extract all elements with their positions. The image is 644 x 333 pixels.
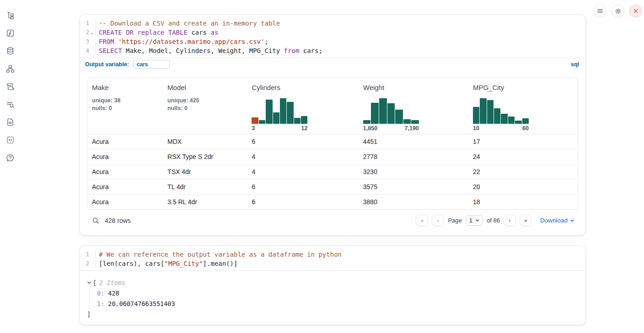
histogram-bar [294,118,301,124]
histogram-bar [301,116,307,123]
snippets-icon[interactable] [5,135,15,145]
window-controls [594,5,642,17]
table-footer: 428 rows « ‹ Page 1 of 86 › » Download [91,215,574,226]
document-icon[interactable] [5,117,15,127]
result-table: Make unique: 38 nulls: 0 Model unique: 4… [87,78,578,209]
search-icon[interactable] [91,217,99,224]
gear-icon[interactable] [612,5,624,17]
python-cell: 1 2 # We can reference the output variab… [79,245,586,325]
table-row: AcuraMDX6445117 [87,134,578,149]
histogram-bar [411,120,419,123]
table-row: AcuraRSX Type S 2dr4277824 [87,149,578,164]
histogram-bar [252,117,258,124]
column-header-mpg-city[interactable]: MPG_City 1060 [468,78,578,134]
result-table-card: Make unique: 38 nulls: 0 Model unique: 4… [87,78,578,210]
last-page-button[interactable]: » [520,215,532,226]
sidebar [0,0,20,333]
histogram-bar [403,119,411,124]
histogram-bar [508,116,515,124]
histogram-bar [395,110,403,123]
weight-histogram: 1,8507,190 [363,98,419,132]
database-icon[interactable] [5,46,15,56]
histogram-bar [494,108,500,124]
list-item: 1:20.060747663551403 [97,299,585,309]
function-icon[interactable] [5,28,15,38]
sql-code-editor[interactable]: 1 2 3 4 -- Download a CSV and create an … [80,15,585,55]
next-page-button[interactable]: › [504,215,516,226]
python-comment: # We can reference the output variable a… [99,251,342,258]
mpg-city-histogram: 1060 [473,98,529,132]
search-list-icon[interactable] [5,99,15,109]
file-tree-icon[interactable] [5,10,15,20]
column-header-weight[interactable]: Weight 1,8507,190 [359,78,468,134]
histogram-bar [363,120,371,123]
column-header-model[interactable]: Model unique: 425 nulls: 0 [163,78,247,134]
table-row: Acura3.5 RL 4dr6388018 [87,194,578,209]
close-bracket: ] [87,310,585,318]
chevron-down-icon [570,218,574,223]
column-header-cylinders[interactable]: Cylinders 312 [247,78,358,134]
page-total: of 86 [487,217,500,224]
cylinders-histogram: 312 [252,98,307,132]
column-stats: unique: 425 nulls: 0 [167,97,242,112]
table-row: AcuraTSX 4dr4323022 [87,164,578,179]
list-item: 0:428 [97,288,585,299]
histogram-bar [259,120,265,124]
download-button[interactable]: Download [540,217,574,224]
histogram-bar [515,121,521,124]
page-select[interactable]: 1 [466,215,483,226]
items-count-label: 2 Items [99,279,125,286]
chevron-down-icon [475,218,479,222]
histogram-bar [273,112,279,123]
menu-icon[interactable] [594,5,606,17]
previous-page-button[interactable]: ‹ [432,215,444,226]
column-header-make[interactable]: Make unique: 38 nulls: 0 [87,78,163,134]
column-stats: unique: 38 nulls: 0 [92,97,158,112]
histogram-bar [379,98,387,124]
open-bracket: [ [93,279,97,286]
scratchpad-icon[interactable] [5,81,15,91]
first-page-button[interactable]: « [416,215,428,226]
line-number-gutter: 1 2 [80,250,96,268]
histogram-bar [522,118,529,123]
histogram-bar [387,103,395,123]
histogram-bar [473,107,479,124]
dependency-graph-icon[interactable] [5,63,15,74]
output-variable-bar: Output variable: sql [80,58,585,70]
sql-code-lines: -- Download a CSV and create an in-memor… [96,19,322,55]
row-count: 428 rows [105,217,131,224]
histogram-bar [487,100,494,124]
fold-chevron-icon[interactable] [90,31,94,35]
python-code-editor[interactable]: 1 2 # We can reference the output variab… [80,246,585,268]
sql-comment: -- Download a CSV and create an in-memor… [99,20,280,27]
output-variable-label: Output variable: [85,61,129,68]
output-variable-input[interactable] [133,60,170,69]
histogram-bar [280,98,286,124]
python-output-tree: [ 2 Items 0:428 1:20.060747663551403 ] [80,271,585,318]
table-row: AcuraTL 4dr6357520 [87,179,578,194]
python-code-lines: # We can reference the output variable a… [96,250,342,268]
histogram-bar [287,102,293,123]
histogram-bar [501,114,507,123]
histogram-bar [371,103,379,123]
close-icon[interactable] [629,5,642,17]
page-label: Page [448,217,462,224]
sql-cell: 1 2 3 4 -- Download a CSV and create an … [79,14,586,236]
language-badge: sql [571,61,579,68]
histogram-bar [480,98,486,124]
histogram-bar [266,100,272,123]
line-number-gutter: 1 2 3 4 [80,19,96,55]
collapse-chevron-icon[interactable] [87,280,93,285]
help-icon[interactable] [5,153,15,163]
